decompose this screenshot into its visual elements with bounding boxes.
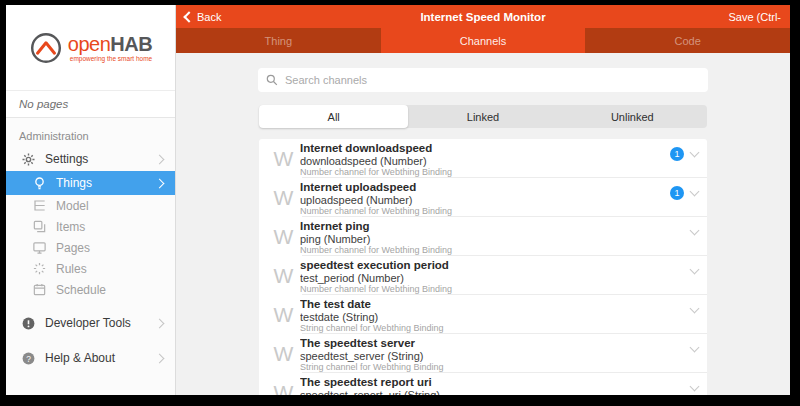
- channel-title: The speedtest server: [300, 337, 691, 350]
- channel-row-speedtest-execution-period[interactable]: W speedtest execution period test_period…: [259, 256, 707, 295]
- gear-icon: [20, 151, 36, 167]
- back-label: Back: [197, 11, 221, 23]
- openhab-logo: openHAB empowering the smart home: [6, 5, 175, 91]
- channel-row-internet-ping[interactable]: W Internet ping ping (Number) Number cha…: [259, 217, 707, 256]
- channel-title: Internet downloadspeed: [300, 142, 670, 155]
- sidebar-item-settings[interactable]: Settings: [6, 147, 175, 171]
- filter-label: All: [328, 111, 340, 123]
- channel-list: W Internet downloadspeed downloadspeed (…: [259, 139, 707, 395]
- no-pages-label: No pages: [6, 91, 175, 118]
- search-icon: [266, 74, 278, 86]
- link-filter-segmented: All Linked Unlinked: [259, 105, 707, 128]
- channel-id: speedtest_report_uri (String): [300, 389, 691, 395]
- chevron-down-icon: [690, 343, 700, 353]
- chevron-down-icon: [690, 187, 700, 197]
- chevron-down-icon: [690, 265, 700, 275]
- pages-icon: [31, 240, 47, 256]
- channel-row-internet-uploadspeed[interactable]: W Internet uploadspeed uploadspeed (Numb…: [259, 178, 707, 217]
- channel-title: Internet ping: [300, 220, 691, 233]
- sidebar: openHAB empowering the smart home No pag…: [6, 5, 176, 395]
- openhab-wordmark: openHAB: [68, 34, 152, 54]
- sidebar-item-developer-tools[interactable]: Developer Tools: [6, 311, 175, 335]
- sidebar-item-rules[interactable]: Rules: [6, 258, 175, 279]
- channel-id: ping (Number): [300, 233, 691, 245]
- main-panel: Internet Speed Monitor Back Save (Ctrl- …: [176, 5, 790, 395]
- sidebar-item-help-about[interactable]: ? Help & About: [6, 346, 175, 370]
- filter-unlinked[interactable]: Unlinked: [558, 105, 707, 128]
- sidebar-item-label: Developer Tools: [45, 316, 131, 330]
- openhab-logo-icon: [29, 31, 63, 65]
- chevron-down-icon: [690, 382, 700, 392]
- sidebar-item-things[interactable]: Things: [6, 171, 175, 195]
- chevron-down-icon: [690, 304, 700, 314]
- back-button[interactable]: Back: [185, 11, 221, 23]
- svg-text:?: ?: [26, 353, 31, 363]
- linked-items-badge: 1: [670, 147, 684, 161]
- items-icon: [31, 219, 47, 235]
- logo-tagline: empowering the smart home: [68, 55, 152, 62]
- sidebar-item-items[interactable]: Items: [6, 216, 175, 237]
- filter-label: Linked: [467, 111, 499, 123]
- channel-title: The speedtest report uri: [300, 376, 691, 389]
- channel-id: uploadspeed (Number): [300, 194, 670, 206]
- tab-code[interactable]: Code: [585, 28, 790, 53]
- channel-title: Internet uploadspeed: [300, 181, 670, 194]
- search-bar: [258, 68, 708, 92]
- save-button[interactable]: Save (Ctrl-: [728, 11, 781, 23]
- tab-label: Code: [675, 35, 701, 47]
- channel-avatar: W: [267, 334, 300, 373]
- channel-row-the-speedtest-report-uri[interactable]: W The speedtest report uri speedtest_rep…: [259, 373, 707, 395]
- chevron-right-icon: [155, 318, 165, 328]
- sidebar-item-model[interactable]: Model: [6, 195, 175, 216]
- tab-bar: Thing Channels Code: [176, 28, 790, 53]
- sidebar-item-label: Model: [56, 199, 89, 213]
- chevron-down-icon: [690, 226, 700, 236]
- channel-title: speedtest execution period: [300, 259, 691, 272]
- sidebar-item-label: Help & About: [45, 351, 115, 365]
- search-input[interactable]: [283, 73, 700, 87]
- channel-id: speedtest_server (String): [300, 350, 691, 362]
- tab-channels[interactable]: Channels: [381, 28, 586, 53]
- linked-items-badge: 1: [670, 186, 684, 200]
- channel-avatar: W: [267, 178, 300, 217]
- filter-linked[interactable]: Linked: [408, 105, 557, 128]
- app-window: openHAB empowering the smart home No pag…: [6, 5, 790, 395]
- tab-thing[interactable]: Thing: [176, 28, 381, 53]
- top-navbar: Internet Speed Monitor Back Save (Ctrl-: [176, 5, 790, 28]
- channel-description: Number channel for Webthing Binding: [300, 167, 670, 178]
- channel-avatar: W: [267, 139, 300, 178]
- sidebar-item-label: Pages: [56, 241, 90, 255]
- channel-description: Number channel for Webthing Binding: [300, 284, 691, 295]
- chevron-down-icon: [690, 148, 700, 158]
- sidebar-item-pages[interactable]: Pages: [6, 237, 175, 258]
- sidebar-item-schedule[interactable]: Schedule: [6, 279, 175, 300]
- calendar-icon: [31, 282, 47, 298]
- model-icon: [31, 198, 47, 214]
- channel-row-the-test-date[interactable]: W The test date testdate (String) String…: [259, 295, 707, 334]
- chevron-right-icon: [155, 353, 165, 363]
- sidebar-section-administration: Administration: [6, 118, 175, 147]
- channel-avatar: W: [267, 217, 300, 256]
- lightbulb-icon: [31, 175, 47, 191]
- channel-id: downloadspeed (Number): [300, 155, 670, 167]
- channel-id: testdate (String): [300, 311, 691, 323]
- channel-row-internet-downloadspeed[interactable]: W Internet downloadspeed downloadspeed (…: [259, 139, 707, 178]
- channel-avatar: W: [267, 295, 300, 334]
- back-chevron-icon: [183, 11, 194, 22]
- sidebar-item-label: Settings: [45, 152, 88, 166]
- filter-all[interactable]: All: [259, 105, 408, 128]
- chevron-right-icon: [155, 154, 165, 164]
- sidebar-item-label: Things: [56, 176, 92, 190]
- filter-label: Unlinked: [611, 111, 654, 123]
- developer-icon: [20, 315, 36, 331]
- channel-avatar: W: [267, 256, 300, 295]
- channel-id: test_period (Number): [300, 272, 691, 284]
- sidebar-item-label: Rules: [56, 262, 87, 276]
- channel-description: Number channel for Webthing Binding: [300, 245, 691, 256]
- channel-row-the-speedtest-server[interactable]: W The speedtest server speedtest_server …: [259, 334, 707, 373]
- channel-avatar: W: [267, 373, 300, 395]
- channel-title: The test date: [300, 298, 691, 311]
- channel-description: String channel for Webthing Binding: [300, 323, 691, 334]
- channel-description: Number channel for Webthing Binding: [300, 206, 670, 217]
- chevron-right-icon: [155, 178, 165, 188]
